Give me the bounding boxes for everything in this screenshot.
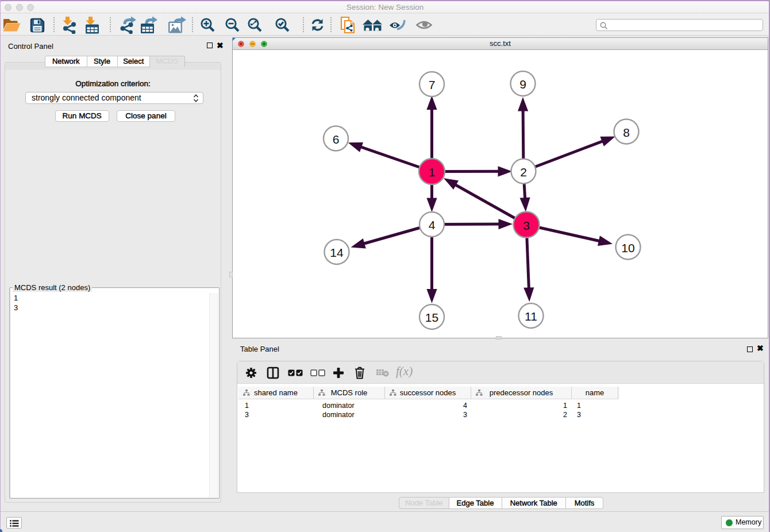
svg-text:9: 9: [519, 78, 526, 91]
svg-text:2: 2: [520, 165, 527, 179]
svg-text:15: 15: [425, 311, 438, 324]
svg-text:4: 4: [429, 218, 436, 232]
svg-text:7: 7: [429, 78, 436, 91]
svg-text:6: 6: [333, 133, 340, 146]
svg-text:14: 14: [330, 246, 344, 259]
svg-text:11: 11: [525, 310, 537, 323]
svg-text:8: 8: [623, 126, 630, 139]
svg-text:10: 10: [621, 241, 634, 255]
svg-text:3: 3: [523, 219, 530, 232]
svg-text:1: 1: [429, 165, 436, 179]
